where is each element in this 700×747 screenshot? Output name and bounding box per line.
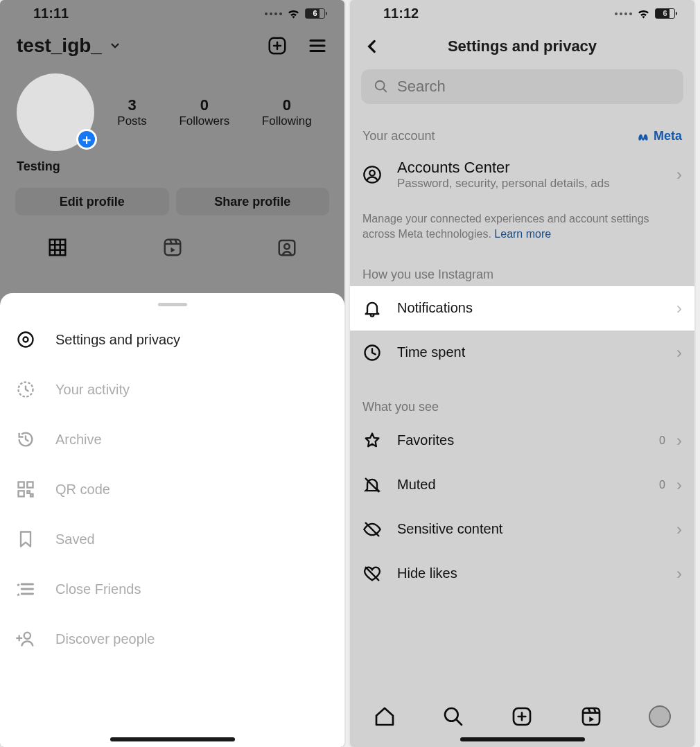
svg-point-4 (19, 333, 33, 347)
sheet-drag-handle[interactable] (158, 303, 187, 306)
avatar-mini-icon (649, 705, 671, 728)
chevron-right-icon: › (676, 165, 682, 184)
row-count: 0 (659, 434, 665, 447)
menu-item-label: Archive (55, 432, 102, 448)
chevron-right-icon: › (676, 520, 682, 539)
page-title: Settings and privacy (350, 37, 694, 55)
svg-point-12 (364, 166, 380, 182)
row-accounts-center[interactable]: Accounts Center Password, security, pers… (350, 148, 694, 202)
options-bottom-sheet: Settings and privacy Your activity Archi… (0, 293, 344, 747)
chevron-right-icon: › (676, 475, 682, 495)
row-count: 0 (659, 479, 665, 491)
svg-point-13 (369, 170, 374, 175)
menu-item-label: Settings and privacy (55, 332, 180, 348)
activity-icon (15, 380, 36, 399)
search-input[interactable]: Search (361, 69, 683, 104)
menu-item-settings-privacy[interactable]: Settings and privacy (0, 315, 344, 364)
bottom-tab-bar (350, 694, 694, 747)
search-icon (374, 79, 389, 94)
row-title: Sensitive content (397, 521, 661, 537)
wifi-icon (636, 6, 651, 21)
phone-settings-screen: 11:12 6 Settings and privacy Search Your (350, 0, 694, 747)
tab-profile[interactable] (646, 703, 674, 730)
star-icon (362, 431, 382, 450)
svg-rect-9 (19, 491, 24, 496)
accounts-center-footnote: Manage your connected experiences and ac… (350, 202, 694, 243)
row-subtitle: Password, security, personal details, ad… (397, 177, 661, 191)
tab-reels[interactable] (577, 703, 605, 730)
phone-profile-screen: 11:11 6 test_igb_ ＋ (0, 0, 344, 747)
battery-level: 6 (313, 9, 317, 17)
battery-icon: 6 (305, 8, 325, 19)
menu-item-label: Saved (55, 531, 95, 547)
cellular-dots-icon (611, 11, 632, 15)
row-muted[interactable]: Muted 0› (350, 463, 694, 507)
meta-brand: Meta (636, 129, 682, 143)
tab-home[interactable] (371, 703, 399, 730)
search-placeholder: Search (397, 78, 446, 96)
battery-icon: 6 (655, 8, 675, 19)
status-bar: 11:12 6 (350, 0, 694, 26)
menu-item-label: Close Friends (55, 581, 141, 597)
tab-create[interactable] (508, 703, 536, 730)
chevron-right-icon: › (676, 431, 682, 450)
eye-off-icon (362, 520, 382, 539)
qr-icon (15, 480, 36, 499)
svg-rect-17 (583, 708, 600, 725)
profile-avatar[interactable]: ＋ (17, 73, 94, 151)
menu-item-your-activity[interactable]: Your activity (0, 364, 344, 414)
add-story-badge[interactable]: ＋ (76, 129, 97, 150)
menu-item-label: QR code (55, 482, 110, 498)
learn-more-link[interactable]: Learn more (494, 228, 551, 240)
status-time: 11:12 (383, 6, 419, 21)
row-title: Hide likes (397, 565, 661, 581)
bell-off-icon (362, 475, 382, 495)
gear-icon (15, 330, 36, 349)
row-title: Time spent (397, 344, 661, 360)
svg-rect-8 (27, 482, 33, 488)
svg-rect-7 (19, 482, 24, 488)
svg-point-5 (24, 337, 28, 342)
bell-icon (362, 299, 382, 318)
closefriends-icon (15, 579, 36, 599)
menu-item-discover-people[interactable]: Discover people (0, 614, 344, 664)
row-sensitive-content[interactable]: Sensitive content › (350, 507, 694, 552)
row-title: Notifications (397, 300, 661, 316)
section-header-how-you-use: How you use Instagram (362, 267, 493, 282)
row-favorites[interactable]: Favorites 0› (350, 419, 694, 463)
row-title: Muted (397, 477, 644, 493)
menu-item-label: Discover people (55, 631, 155, 647)
battery-level: 6 (663, 9, 667, 17)
person-circle-icon (362, 164, 382, 185)
svg-point-10 (24, 633, 30, 639)
row-title: Accounts Center (397, 159, 661, 177)
home-indicator[interactable] (110, 737, 235, 741)
row-time-spent[interactable]: Time spent › (350, 331, 694, 375)
section-header-your-account: Your account (362, 129, 435, 143)
bookmark-icon (15, 529, 36, 549)
chevron-right-icon: › (676, 564, 682, 583)
chevron-right-icon: › (676, 299, 682, 318)
menu-item-archive[interactable]: Archive (0, 414, 344, 464)
addperson-icon (15, 629, 36, 649)
row-notifications[interactable]: Notifications › (350, 286, 694, 331)
heart-off-icon (362, 564, 382, 583)
menu-item-close-friends[interactable]: Close Friends (0, 564, 344, 614)
meta-icon (636, 130, 650, 143)
row-title: Favorites (397, 432, 644, 448)
clock-icon (362, 343, 382, 362)
row-hide-likes[interactable]: Hide likes › (350, 552, 694, 596)
section-header-what-you-see: What you see (362, 400, 439, 414)
history-icon (15, 430, 36, 449)
tab-search[interactable] (439, 703, 467, 730)
menu-item-saved[interactable]: Saved (0, 514, 344, 564)
menu-item-label: Your activity (55, 382, 130, 398)
menu-item-qr-code[interactable]: QR code (0, 464, 344, 514)
chevron-right-icon: › (676, 343, 682, 362)
